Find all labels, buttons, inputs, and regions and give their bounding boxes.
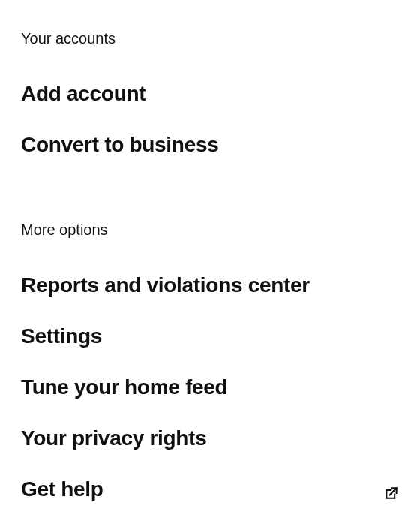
privacy-item[interactable]: Your privacy rights [21, 413, 399, 464]
convert-business-item[interactable]: Convert to business [21, 119, 399, 170]
tune-feed-label: Tune your home feed [21, 375, 227, 399]
tune-feed-item[interactable]: Tune your home feed [21, 362, 399, 413]
section-header-more-options: More options [21, 221, 399, 239]
reports-label: Reports and violations center [21, 273, 310, 297]
privacy-label: Your privacy rights [21, 426, 206, 450]
add-account-item[interactable]: Add account [21, 68, 399, 119]
external-link-icon [384, 482, 399, 497]
convert-business-label: Convert to business [21, 133, 218, 157]
get-help-label: Get help [21, 477, 104, 501]
settings-label: Settings [21, 324, 102, 348]
section-header-accounts: Your accounts [21, 30, 399, 47]
settings-item[interactable]: Settings [21, 311, 399, 362]
get-help-item[interactable]: Get help [21, 464, 399, 506]
add-account-label: Add account [21, 82, 146, 106]
reports-item[interactable]: Reports and violations center [21, 260, 399, 311]
